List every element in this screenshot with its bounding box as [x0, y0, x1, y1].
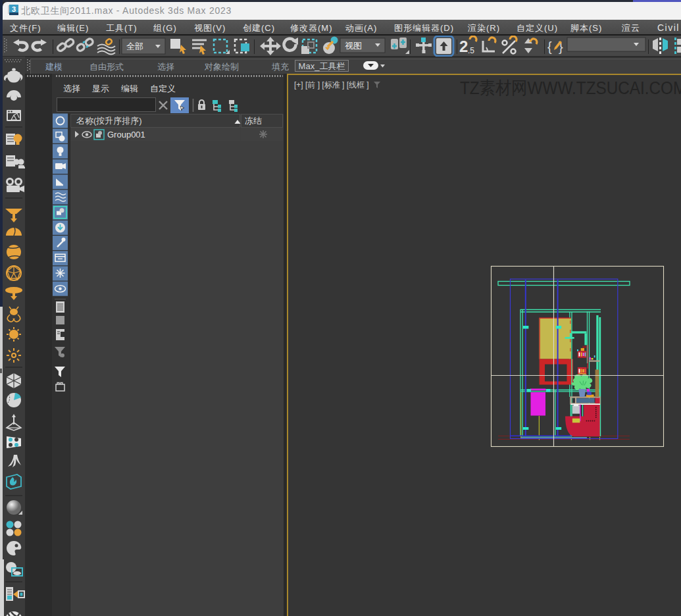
svg-text:{: {	[547, 39, 552, 54]
svg-text:全部: 全部	[126, 41, 143, 51]
svg-text:3: 3	[12, 5, 16, 13]
svg-text:2: 2	[459, 38, 468, 55]
svg-text:.5: .5	[468, 46, 474, 55]
svg-text:视图: 视图	[345, 41, 362, 51]
